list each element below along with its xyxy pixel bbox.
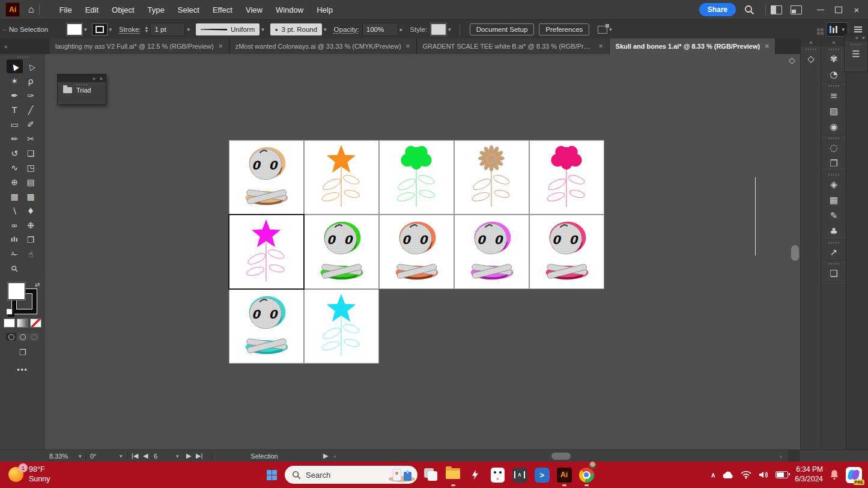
zoom-tool[interactable]: ⚲	[7, 261, 23, 275]
first-artboard-button[interactable]: |◀	[132, 450, 138, 462]
artboard-9[interactable]: 0 0	[454, 215, 529, 289]
document-tab[interactable]: Skull and bones 1.ai* @ 8.33 % (RGB/Prev…	[610, 38, 776, 54]
draw-behind-button[interactable]	[17, 333, 28, 341]
edit-toolbar-button[interactable]: •••	[0, 365, 45, 374]
artboards-panel[interactable]: ▦	[821, 192, 846, 208]
none-button[interactable]	[30, 319, 41, 328]
horizontal-scrollbar-thumb[interactable]	[551, 453, 571, 460]
properties-flyout-panel[interactable]: » × ☰	[844, 34, 868, 72]
menu-view[interactable]: View	[239, 5, 269, 14]
color-button[interactable]	[4, 319, 15, 328]
eyedropper-tool[interactable]: ♦	[23, 204, 39, 218]
vertical-scrollbar-thumb[interactable]	[791, 245, 799, 261]
stroke-weight-stepper[interactable]: ▲▼	[145, 26, 149, 33]
start-button[interactable]	[263, 466, 281, 484]
width-profile-selector[interactable]: Uniform	[196, 23, 259, 35]
pencil-tool[interactable]: ✏	[7, 132, 23, 145]
next-artboard-button[interactable]: ▶	[186, 450, 191, 462]
chevron-down-icon[interactable]: ▾	[118, 450, 123, 462]
close-icon[interactable]: ×	[219, 42, 223, 50]
graphic-styles-panel[interactable]: ❐	[821, 156, 846, 171]
artboard-12[interactable]	[304, 289, 379, 364]
dock-collapse-icon[interactable]: «	[821, 38, 846, 46]
asset-export-panel[interactable]: ↗	[821, 245, 846, 260]
artboard-4[interactable]	[454, 140, 529, 215]
chevron-down-icon[interactable]: ▾	[448, 26, 451, 32]
weather-widget[interactable]: 1 98°F Sunny	[8, 465, 50, 484]
artboard-1[interactable]: 0 0	[229, 140, 304, 215]
scroll-left-icon[interactable]: ‹	[334, 450, 336, 462]
stroke-panel[interactable]: ≡	[821, 88, 846, 103]
chevron-down-icon[interactable]: ▾	[324, 26, 327, 32]
search-icon[interactable]	[744, 5, 754, 15]
menu-edit[interactable]: Edit	[79, 5, 105, 14]
menu-select[interactable]: Select	[171, 5, 206, 14]
gradient-tool[interactable]: ▩	[23, 189, 39, 203]
scroll-right-icon[interactable]: ›	[780, 450, 782, 462]
menu-effect[interactable]: Effect	[206, 5, 239, 14]
close-icon[interactable]: ×	[765, 42, 769, 50]
swap-fill-stroke-icon[interactable]: ⇄	[35, 281, 40, 288]
llama-app-button[interactable]	[488, 463, 506, 487]
close-icon[interactable]: ×	[406, 42, 410, 50]
gradient-button[interactable]	[17, 319, 28, 328]
close-button[interactable]: ×	[848, 2, 866, 17]
selection-tool[interactable]: ▲	[7, 59, 23, 73]
lasso-tool[interactable]: ρ	[23, 74, 39, 88]
artboard-2[interactable]	[304, 140, 379, 215]
artboard-8[interactable]: 0 0	[379, 215, 454, 289]
chevron-down-icon[interactable]: ▾	[174, 450, 179, 462]
puppet-warp-tool[interactable]: ∿	[7, 160, 23, 174]
draw-normal-button[interactable]	[6, 333, 16, 341]
column-graph-tool[interactable]: ılı	[7, 233, 23, 246]
close-icon[interactable]: ×	[862, 35, 865, 41]
stroke-label[interactable]: Stroke:	[119, 26, 141, 33]
search-box[interactable]: Search	[285, 466, 417, 484]
powershell-button[interactable]: >	[533, 463, 551, 487]
rotate-tool[interactable]: ↺	[7, 146, 23, 160]
maximize-button[interactable]	[830, 2, 848, 17]
color-panel[interactable]: ✾	[821, 51, 846, 67]
gradient-panel[interactable]: ▨	[821, 103, 846, 119]
capture-app-button[interactable]: ∧	[511, 463, 529, 487]
artboard-3[interactable]	[379, 140, 454, 215]
default-fill-stroke-icon[interactable]	[6, 308, 13, 315]
curvature-tool[interactable]: ✑	[23, 88, 39, 102]
chrome-button[interactable]	[577, 463, 595, 487]
file-explorer-button[interactable]	[444, 463, 462, 487]
previous-artboard-button[interactable]: ◀	[143, 450, 148, 462]
artboard-tool[interactable]: ❐	[23, 233, 39, 246]
hand-tool[interactable]: ☝	[23, 247, 39, 261]
artboard-5[interactable]	[529, 140, 604, 215]
minimize-button[interactable]: —	[812, 2, 830, 17]
close-icon[interactable]: ×	[599, 42, 603, 50]
menu-object[interactable]: Object	[105, 5, 141, 14]
stroke-weight-field[interactable]: 1 pt	[150, 23, 185, 36]
chevron-right-icon[interactable]: ▸	[400, 26, 403, 32]
clock[interactable]: 6:34 PM 6/3/2024	[795, 465, 823, 484]
stroke-color-swatch[interactable]	[92, 23, 108, 35]
wifi-icon[interactable]	[741, 471, 751, 479]
home-icon[interactable]: ⌂	[28, 4, 34, 15]
chevron-down-icon[interactable]: ▾	[187, 26, 190, 32]
expand-panel-icon[interactable]: »	[855, 35, 858, 41]
dock-collapse-icon[interactable]: «	[0, 38, 49, 54]
document-tab[interactable]: laughting my ass V2 Full.ai* @ 12.5 % (R…	[49, 38, 229, 54]
mesh-tool[interactable]: ▦	[7, 189, 23, 203]
symbol-sprayer-tool[interactable]: ❉	[23, 218, 39, 232]
blend-tool[interactable]: ∞	[7, 218, 23, 232]
snap-options-icon[interactable]	[598, 26, 607, 34]
brushes-panel[interactable]: ✎	[821, 208, 846, 224]
close-icon[interactable]: ×	[100, 76, 103, 82]
rotation-field[interactable]: 0°	[90, 450, 97, 462]
zoom-level-field[interactable]: 8.33%	[49, 450, 68, 462]
battery-icon[interactable]	[775, 471, 788, 478]
scale-tool[interactable]: ❏	[23, 146, 39, 160]
paintbrush-tool[interactable]: ✐	[23, 117, 39, 131]
symbols-panel[interactable]: ♣	[821, 224, 846, 239]
illustrator-button[interactable]: Ai	[555, 463, 573, 487]
volume-icon[interactable]	[758, 471, 769, 479]
perspective-grid-tool[interactable]: ▤	[23, 175, 39, 189]
last-artboard-button[interactable]: ▶|	[196, 450, 202, 462]
show-hidden-icons-chevron[interactable]: ∧	[711, 471, 715, 479]
